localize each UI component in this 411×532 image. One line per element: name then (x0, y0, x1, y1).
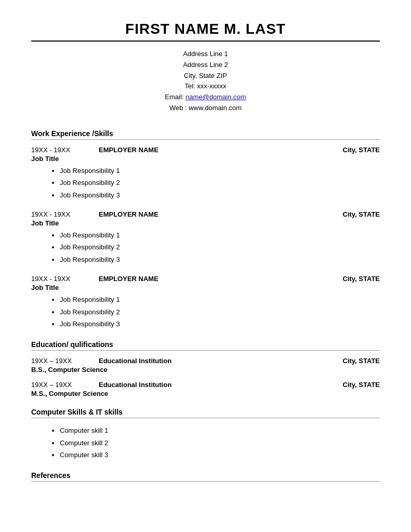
education-section: Education/ qulifications 19XX – 19XX Edu… (31, 340, 380, 397)
list-item: Job Responsibility 2 (60, 306, 380, 318)
list-item: Job Responsibility 2 (60, 177, 380, 189)
job-entry-2: 19XX - 19XX EMPLOYER NAME City, STATE Jo… (31, 210, 380, 265)
list-item: Job Responsibility 3 (60, 189, 380, 201)
job-responsibilities-2: Job Responsibility 1 Job Responsibility … (31, 229, 380, 265)
work-experience-section: Work Experience /Skills 19XX - 19XX EMPL… (31, 129, 380, 330)
email-link[interactable]: name@domain.com (185, 93, 246, 101)
list-item: Computer skill 2 (60, 437, 380, 449)
job-responsibilities-3: Job Responsibility 1 Job Responsibility … (31, 294, 380, 330)
references-section: References (31, 471, 380, 482)
edu-line-1: 19XX – 19XX Educational Institution City… (31, 357, 380, 365)
job-location-1: City, STATE (343, 146, 380, 154)
tel: Tel: xxx-xxxxx (31, 81, 380, 92)
work-experience-header: Work Experience /Skills (31, 129, 380, 140)
edu-degree-1: B.S., Computer Science (31, 366, 380, 374)
job-entry-3: 19XX - 19XX EMPLOYER NAME City, STATE Jo… (31, 275, 380, 330)
city-state-zip: City, State ZIP (31, 71, 380, 82)
job-line-3: 19XX - 19XX EMPLOYER NAME City, STATE (31, 275, 380, 283)
job-location-2: City, STATE (343, 210, 380, 218)
edu-location-2: City, STATE (343, 381, 380, 389)
computer-skills-header: Computer Skills & IT skills (31, 408, 380, 418)
resume-page: FIRST NAME M. LAST Address Line 1 Addres… (0, 0, 411, 532)
employer-name-3: EMPLOYER NAME (99, 275, 343, 283)
address-line2: Address Line 2 (31, 60, 380, 71)
references-header: References (31, 471, 380, 482)
computer-skills-section: Computer Skills & IT skills Computer ski… (31, 408, 380, 461)
edu-dates-1: 19XX – 19XX (31, 357, 99, 365)
edu-entry-2: 19XX – 19XX Educational Institution City… (31, 381, 380, 397)
contact-info: Address Line 1 Address Line 2 City, Stat… (31, 49, 380, 114)
list-item: Computer skill 3 (60, 449, 380, 461)
job-responsibilities-1: Job Responsibility 1 Job Responsibility … (31, 165, 380, 201)
job-line-2: 19XX - 19XX EMPLOYER NAME City, STATE (31, 210, 380, 218)
list-item: Job Responsibility 2 (60, 241, 380, 253)
edu-line-2: 19XX – 19XX Educational Institution City… (31, 381, 380, 389)
edu-degree-2: M.S., Computer Science (31, 390, 380, 397)
list-item: Computer skill 1 (60, 424, 380, 436)
list-item: Job Responsibility 1 (60, 229, 380, 241)
edu-location-1: City, STATE (343, 357, 380, 365)
job-title-1: Job Title (31, 155, 380, 163)
job-line-1: 19XX - 19XX EMPLOYER NAME City, STATE (31, 146, 380, 154)
edu-institution-1: Educational Institution (99, 357, 343, 365)
job-title-3: Job Title (31, 284, 380, 291)
job-dates-3: 19XX - 19XX (31, 275, 99, 283)
edu-institution-2: Educational Institution (99, 381, 343, 389)
list-item: Job Responsibility 1 (60, 294, 380, 305)
web: Web : www.domain.com (31, 103, 380, 114)
job-title-2: Job Title (31, 219, 380, 227)
job-dates-1: 19XX - 19XX (31, 146, 99, 154)
list-item: Job Responsibility 1 (60, 165, 380, 177)
list-item: Job Responsibility 3 (60, 254, 380, 265)
job-location-3: City, STATE (343, 275, 380, 283)
employer-name-2: EMPLOYER NAME (99, 210, 343, 218)
job-entry-1: 19XX - 19XX EMPLOYER NAME City, STATE Jo… (31, 146, 380, 201)
resume-name: FIRST NAME M. LAST (31, 21, 380, 42)
email-label: Email: (165, 93, 185, 101)
list-item: Job Responsibility 3 (60, 318, 380, 330)
job-dates-2: 19XX - 19XX (31, 210, 99, 218)
email-line: Email: name@domain.com (31, 92, 380, 103)
edu-dates-2: 19XX – 19XX (31, 381, 99, 389)
edu-entry-1: 19XX – 19XX Educational Institution City… (31, 357, 380, 374)
education-header: Education/ qulifications (31, 340, 380, 351)
skills-list: Computer skill 1 Computer skill 2 Comput… (31, 424, 380, 461)
address-line1: Address Line 1 (31, 49, 380, 60)
employer-name-1: EMPLOYER NAME (99, 146, 343, 154)
